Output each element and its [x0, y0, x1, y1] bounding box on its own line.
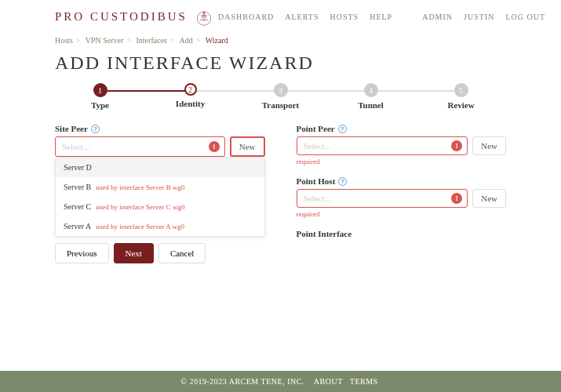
step-type[interactable]: 1 Type	[55, 83, 145, 110]
point-peer-input[interactable]	[304, 141, 461, 151]
nav-user[interactable]: JUSTIN	[464, 13, 494, 21]
header: PRO CUSTODIBUS DASHBOARD ALERTS HOSTS HE…	[0, 0, 561, 31]
point-interface-field: Point Interface	[297, 229, 507, 238]
point-interface-label: Point Interface	[297, 229, 352, 238]
nav-alerts[interactable]: ALERTS	[285, 13, 319, 21]
step-tunnel: 4 Tunnel	[326, 83, 416, 110]
dropdown-item[interactable]: Server C used by interface Server C wg0	[56, 197, 264, 216]
nav-dashboard[interactable]: DASHBOARD	[218, 13, 274, 21]
site-peer-field: Site Peer ? ! New Server D	[55, 124, 265, 157]
help-icon[interactable]: ?	[91, 125, 100, 133]
breadcrumb: Hosts> VPN Server> Interfaces> Add> Wiza…	[55, 31, 506, 53]
point-host-field: Point Host ? ! New required	[297, 176, 507, 218]
crumb-hosts[interactable]: Hosts	[55, 36, 73, 45]
point-peer-field: Point Peer ? ! New required	[297, 124, 507, 165]
help-icon[interactable]: ?	[338, 177, 347, 186]
cancel-button[interactable]: Cancel	[158, 243, 206, 263]
point-host-label: Point Host	[297, 176, 336, 186]
dropdown-item[interactable]: Server B used by interface Server B wg0	[56, 177, 264, 197]
next-button[interactable]: Next	[114, 243, 154, 263]
error-icon: !	[209, 141, 220, 152]
footer: © 2019-2023 ARCEM TENE, INC. ABOUT TERMS	[0, 371, 561, 392]
dropdown-item[interactable]: Server A used by interface Server A wg0	[56, 216, 264, 236]
logo-icon	[194, 6, 214, 27]
point-peer-select[interactable]: !	[297, 136, 468, 155]
site-peer-dropdown: Server D Server B used by interface Serv…	[55, 157, 265, 237]
wizard-steps: 1 Type 2 Identity 3 Transport 4 Tunnel 5	[55, 83, 506, 110]
error-icon: !	[451, 140, 462, 151]
nav-logout[interactable]: LOG OUT	[505, 13, 545, 21]
site-peer-input[interactable]	[62, 142, 218, 151]
required-text: required	[297, 158, 507, 165]
footer-terms[interactable]: TERMS	[350, 377, 378, 386]
previous-button[interactable]: Previous	[55, 243, 109, 263]
point-peer-label: Point Peer	[297, 124, 335, 133]
crumb-vpnserver[interactable]: VPN Server	[86, 36, 124, 45]
point-host-new-button[interactable]: New	[472, 189, 506, 208]
top-nav: DASHBOARD ALERTS HOSTS HELP ADMIN JUSTIN…	[218, 13, 545, 21]
crumb-current: Wizard	[206, 36, 228, 45]
point-host-input[interactable]	[304, 194, 461, 203]
required-text: required	[297, 210, 507, 218]
site-peer-select[interactable]: !	[55, 136, 225, 157]
dropdown-item[interactable]: Server D	[56, 158, 264, 177]
site-peer-label: Site Peer	[55, 124, 88, 133]
step-identity[interactable]: 2 Identity	[145, 83, 235, 108]
brand-text: PRO CUSTODIBUS	[55, 10, 188, 24]
step-transport: 3 Transport	[235, 83, 326, 110]
point-peer-new-button[interactable]: New	[472, 136, 506, 155]
crumb-interfaces[interactable]: Interfaces	[137, 36, 167, 45]
point-host-select[interactable]: !	[297, 189, 468, 208]
error-icon: !	[451, 193, 462, 204]
crumb-add[interactable]: Add	[180, 36, 193, 45]
step-review: 5 Review	[416, 83, 506, 110]
footer-about[interactable]: ABOUT	[314, 377, 343, 386]
nav-admin[interactable]: ADMIN	[422, 13, 453, 21]
site-peer-new-button[interactable]: New	[230, 136, 265, 157]
brand[interactable]: PRO CUSTODIBUS	[55, 6, 214, 27]
help-icon[interactable]: ?	[338, 125, 347, 133]
nav-hosts[interactable]: HOSTS	[330, 13, 359, 21]
nav-help[interactable]: HELP	[370, 13, 392, 21]
page-title: ADD INTERFACE WIZARD	[55, 53, 506, 74]
copyright: © 2019-2023 ARCEM TENE, INC.	[180, 377, 304, 386]
